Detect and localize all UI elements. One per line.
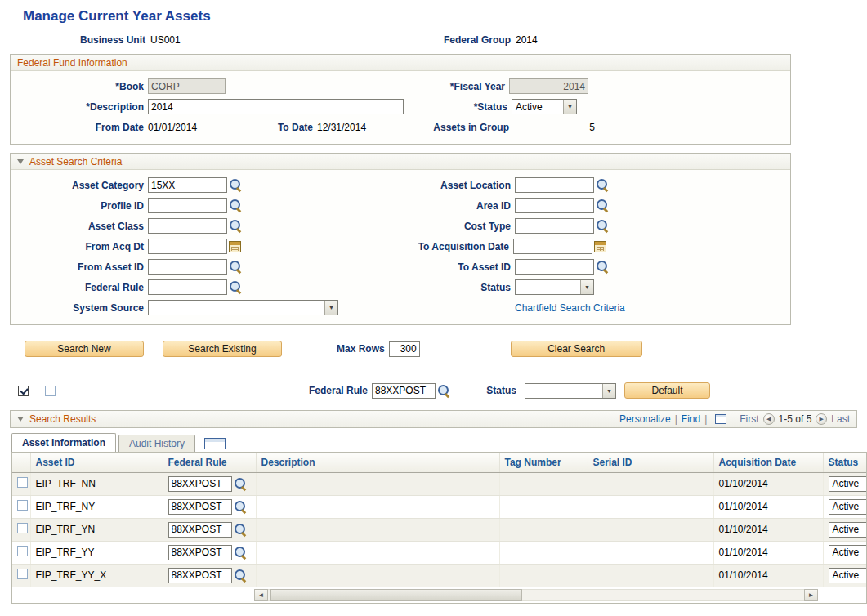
to-acquisition-date-label: To Acquisition Date [241,241,509,252]
table-row: EIP_TRF_YY 01/10/2014 Active ▼ [12,541,867,564]
row-checkbox[interactable] [17,523,28,533]
calendar-icon[interactable] [594,241,606,252]
column-header-serial-id[interactable]: Serial ID [588,453,713,472]
separator: | [675,413,677,425]
asset-class-input[interactable] [148,218,227,234]
lookup-icon[interactable] [234,500,248,514]
lookup-icon[interactable] [234,477,248,491]
row-status: Active [829,547,867,558]
lookup-icon[interactable] [596,219,610,233]
pager-first[interactable]: First [740,413,758,425]
row-description [256,541,499,564]
results-grid: Asset ID Federal Rule Description Tag Nu… [11,452,867,604]
column-header-description[interactable]: Description [256,453,499,472]
profile-id-input[interactable] [148,198,227,213]
federal-rule-input[interactable] [148,279,227,295]
row-federal-rule-input[interactable] [168,522,232,538]
row-federal-rule-input[interactable] [168,568,232,583]
collapse-triangle-icon[interactable] [17,417,24,422]
row-status: Active [829,501,867,512]
default-button[interactable]: Default [624,382,710,399]
max-rows-label: Max Rows [337,343,385,355]
row-federal-rule-input[interactable] [168,499,232,515]
to-asset-id-input[interactable] [515,259,594,275]
row-federal-rule-input[interactable] [168,476,232,492]
results-tbody: EIP_TRF_NN 01/10/2014 Active ▼ EIP_TRF_N… [12,472,867,587]
max-rows-input[interactable] [389,341,420,357]
lookup-icon[interactable] [234,546,248,560]
row-status-select[interactable]: Active ▼ [829,522,867,538]
column-header-acquisition-date[interactable]: Acquisition Date [713,453,823,472]
chartfield-search-criteria-link[interactable]: Chartfield Search Criteria [515,302,625,314]
row-checkbox[interactable] [17,500,28,511]
lookup-icon[interactable] [437,384,451,398]
status-label: *Status [404,101,507,113]
pager-last[interactable]: Last [831,413,850,425]
tab-asset-information[interactable]: Asset Information [11,433,116,452]
to-acquisition-date-input[interactable] [513,239,592,254]
lookup-icon[interactable] [596,199,610,212]
clear-search-button[interactable]: Clear Search [511,341,642,357]
asset-search-criteria-title: Asset Search Criteria [29,156,122,167]
column-header-asset-id[interactable]: Asset ID [30,453,163,472]
previous-page-icon[interactable]: ◀ [763,413,775,425]
column-header-federal-rule[interactable]: Federal Rule [163,453,256,472]
row-select-cell [12,541,30,564]
bulk-status-select[interactable]: ▼ [525,383,616,399]
area-id-input[interactable] [515,198,594,213]
tab-audit-history[interactable]: Audit History [118,435,195,452]
bulk-federal-rule-label: Federal Rule [56,385,368,396]
row-federal-rule-input[interactable] [168,545,232,560]
separator: | [704,413,707,425]
cost-type-input[interactable] [515,218,594,234]
lookup-icon[interactable] [229,280,243,294]
chevron-down-icon: ▼ [324,301,337,315]
lookup-icon[interactable] [229,260,243,274]
search-status-select[interactable]: ▼ [515,279,594,295]
search-results-header: Search Results Personalize | Find | Firs… [10,410,857,428]
row-status-select[interactable]: Active ▼ [829,568,867,583]
system-source-select[interactable]: ▼ [148,300,338,315]
asset-location-input[interactable] [515,177,594,193]
select-all-checkbox[interactable] [18,386,29,396]
row-status-select[interactable]: Active ▼ [829,476,867,492]
lookup-icon[interactable] [234,523,248,537]
column-header-tag-number[interactable]: Tag Number [499,453,588,472]
collapse-triangle-icon[interactable] [17,159,24,164]
search-new-button[interactable]: Search New [25,341,144,357]
lookup-icon[interactable] [596,260,610,274]
row-checkbox[interactable] [17,477,28,488]
row-tag-number [499,472,588,495]
lookup-icon[interactable] [229,178,243,192]
scroll-left-icon[interactable]: ◄ [254,589,268,601]
deselect-all-checkbox[interactable] [45,386,56,396]
next-page-icon[interactable]: ▶ [816,413,827,425]
bulk-status-label: Status [454,385,516,396]
lookup-icon[interactable] [229,219,243,233]
search-existing-button[interactable]: Search Existing [163,341,282,357]
from-asset-id-input[interactable] [148,259,227,275]
lookup-icon[interactable] [596,178,610,192]
assets-in-group-label: Assets in Group [431,122,509,133]
row-status-select[interactable]: Active ▼ [829,545,867,560]
download-grid-icon[interactable] [715,414,726,424]
row-tag-number [499,541,588,564]
show-all-columns-icon[interactable] [204,438,226,449]
personalize-link[interactable]: Personalize [619,413,671,425]
from-acq-dt-input[interactable] [148,239,227,254]
calendar-icon[interactable] [229,241,241,252]
scrollbar-track[interactable] [268,589,804,601]
description-input[interactable] [148,99,404,114]
row-checkbox[interactable] [17,546,28,556]
lookup-icon[interactable] [234,569,248,583]
bulk-federal-rule-input[interactable] [372,383,436,399]
scroll-right-icon[interactable]: ► [804,589,818,601]
lookup-icon[interactable] [229,199,243,212]
status-select[interactable]: Active ▼ [512,99,577,114]
column-header-status[interactable]: Status [823,453,867,472]
scrollbar-thumb[interactable] [270,589,522,601]
row-status-select[interactable]: Active ▼ [829,499,867,515]
find-link[interactable]: Find [682,413,700,425]
asset-category-input[interactable] [148,177,227,193]
row-checkbox[interactable] [17,569,28,579]
